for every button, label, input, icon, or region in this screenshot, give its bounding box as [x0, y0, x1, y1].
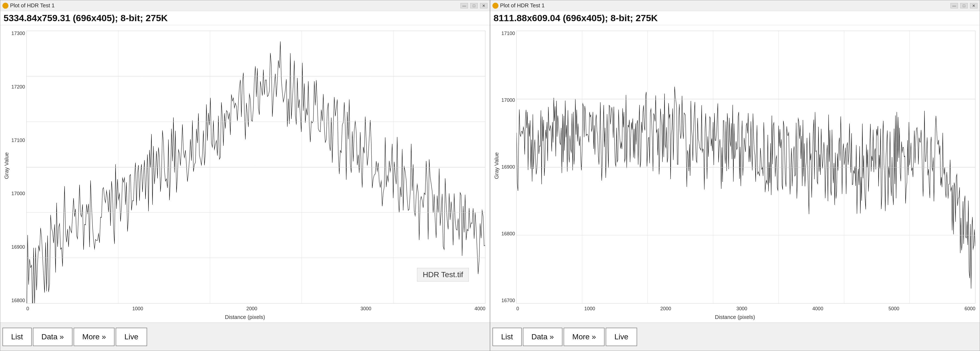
close-button-2[interactable]: ✕ [970, 3, 978, 8]
title-left-2: Plot of HDR Test 1 [492, 2, 544, 9]
chart-canvas-2 [517, 31, 975, 303]
more-button-2[interactable]: More » [563, 328, 605, 346]
live-button-1[interactable]: Live [116, 328, 147, 346]
y-ticks-1: 17300 17200 17100 17000 16900 16800 [10, 31, 25, 303]
list-button-2[interactable]: List [492, 328, 522, 346]
plot-area-2: Gray Value 17100 17000 16900 16800 16700… [490, 25, 980, 322]
minimize-button-2[interactable]: — [950, 3, 958, 8]
x-ticks-2: 0 1000 2000 3000 4000 5000 6000 [516, 306, 975, 311]
data-button-1[interactable]: Data » [33, 328, 73, 346]
more-button-1[interactable]: More » [73, 328, 115, 346]
chart-canvas-1 [27, 31, 485, 303]
title-controls-2: — □ ✕ [950, 3, 978, 8]
image-info-2: 8111.88x609.04 (696x405); 8-bit; 275K [490, 11, 980, 25]
y-axis-label-1: Gray Value [2, 28, 11, 303]
plot-area-1: Gray Value 17300 17200 17100 17000 16900… [0, 25, 490, 322]
chart-area-1: HDR Test.tif [26, 31, 485, 303]
window-2: Plot of HDR Test 1 — □ ✕ 8111.88x609.04 … [490, 0, 980, 351]
window-title-2: Plot of HDR Test 1 [500, 2, 544, 9]
app-icon-2 [492, 3, 498, 9]
maximize-button-2[interactable]: □ [960, 3, 968, 8]
live-button-2[interactable]: Live [606, 328, 637, 346]
data-button-2[interactable]: Data » [523, 328, 563, 346]
list-button-1[interactable]: List [2, 328, 32, 346]
close-button-1[interactable]: ✕ [480, 3, 488, 8]
title-controls-1: — □ ✕ [460, 3, 488, 8]
plot-container-1: Gray Value 17300 17200 17100 17000 16900… [0, 28, 490, 322]
title-bar-1: Plot of HDR Test 1 — □ ✕ [0, 0, 490, 11]
bottom-bar-2: List Data » More » Live [490, 322, 980, 351]
window-title-1: Plot of HDR Test 1 [10, 2, 54, 9]
x-axis-label-2: Distance (pixels) [490, 314, 980, 320]
minimize-button-1[interactable]: — [460, 3, 468, 8]
plot-container-2: Gray Value 17100 17000 16900 16800 16700… [490, 28, 980, 322]
x-axis-label-1: Distance (pixels) [0, 314, 490, 320]
title-left-1: Plot of HDR Test 1 [2, 2, 54, 9]
maximize-button-1[interactable]: □ [470, 3, 478, 8]
chart-area-2 [516, 31, 975, 303]
y-ticks-2: 17100 17000 16900 16800 16700 [500, 31, 515, 303]
image-info-1: 5334.84x759.31 (696x405); 8-bit; 275K [0, 11, 490, 25]
window-1: Plot of HDR Test 1 — □ ✕ 5334.84x759.31 … [0, 0, 490, 351]
app-icon-1 [2, 3, 8, 9]
x-ticks-1: 0 1000 2000 3000 4000 [26, 306, 485, 311]
y-axis-label-2: Gray Value [492, 28, 501, 303]
title-bar-2: Plot of HDR Test 1 — □ ✕ [490, 0, 980, 11]
bottom-bar-1: List Data » More » Live [0, 322, 490, 351]
